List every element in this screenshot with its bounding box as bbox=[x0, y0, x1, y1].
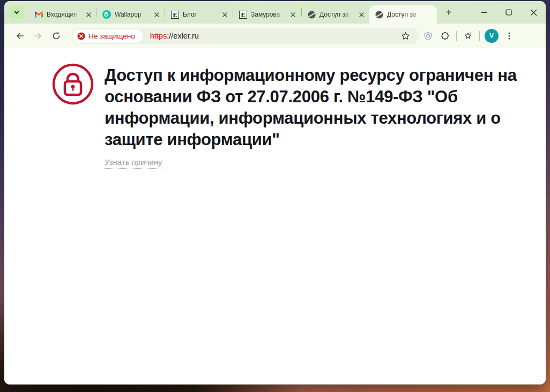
globe-icon bbox=[307, 10, 316, 19]
chevron-down-icon bbox=[13, 9, 20, 16]
extensions-puzzle-icon[interactable] bbox=[436, 27, 454, 44]
gmail-icon bbox=[34, 10, 43, 19]
tab-title: Входящие bbox=[47, 11, 80, 18]
security-badge[interactable]: Не защищено bbox=[73, 29, 143, 43]
globe-icon bbox=[375, 10, 383, 19]
maximize-button[interactable] bbox=[496, 1, 521, 24]
tab-strip: Входящие Wallapop bbox=[4, 1, 546, 24]
tab-close-icon[interactable] bbox=[357, 10, 366, 19]
tab-access-restricted-active[interactable]: Доступ за bbox=[369, 5, 437, 24]
security-badge-label: Не защищено bbox=[88, 32, 135, 40]
tab-blog[interactable]: E Блог bbox=[165, 5, 233, 24]
reason-link[interactable]: Узнать причину bbox=[105, 157, 162, 169]
block-message: Доступ к информационному ресурсу огранич… bbox=[105, 63, 523, 169]
address-bar[interactable]: Не защищено https://exler.ru bbox=[72, 28, 419, 44]
toolbar-divider bbox=[479, 31, 480, 41]
url-separator: :// bbox=[167, 32, 173, 40]
browser-window: Входящие Wallapop bbox=[4, 1, 546, 385]
minimize-button[interactable] bbox=[472, 1, 496, 24]
tab-title: Доступ за bbox=[387, 11, 421, 18]
profile-avatar[interactable]: V bbox=[485, 29, 499, 43]
reload-button[interactable] bbox=[47, 27, 65, 45]
tab-close-icon[interactable] bbox=[220, 10, 229, 19]
browser-toolbar: Не защищено https://exler.ru bbox=[4, 24, 546, 48]
tab-title: Блог bbox=[183, 11, 217, 18]
blocked-lock-icon bbox=[51, 63, 94, 105]
toolbar-divider bbox=[456, 31, 457, 41]
sparkle-star-icon[interactable] bbox=[459, 27, 477, 44]
tab-access-restricted-1[interactable]: Доступ за bbox=[302, 5, 369, 24]
not-secure-icon bbox=[77, 32, 85, 40]
tab-title: Доступ за bbox=[319, 11, 353, 18]
menu-kebab-icon[interactable] bbox=[501, 27, 518, 44]
tab-title: Wallapop bbox=[115, 11, 148, 18]
svg-text:E: E bbox=[173, 11, 177, 18]
svg-text:E: E bbox=[241, 11, 245, 18]
tab-close-icon[interactable] bbox=[152, 10, 161, 19]
tab-inbox[interactable]: Входящие bbox=[29, 5, 96, 24]
wallapop-icon bbox=[102, 10, 111, 19]
window-controls bbox=[472, 1, 546, 24]
new-tab-button[interactable]: + bbox=[441, 5, 456, 20]
tab-close-icon[interactable] bbox=[84, 10, 93, 19]
page-title: Доступ к информационному ресурсу огранич… bbox=[105, 65, 523, 150]
tab-zamurova[interactable]: E Замурова bbox=[233, 5, 301, 24]
url-host: exler.ru bbox=[173, 32, 199, 40]
tabs-container: Входящие Wallapop bbox=[29, 1, 437, 24]
tab-search-button[interactable] bbox=[10, 5, 24, 19]
url-scheme: https bbox=[150, 32, 167, 40]
plus-icon: + bbox=[445, 6, 452, 19]
adblock-shield-icon[interactable] bbox=[419, 27, 436, 44]
tab-close-icon[interactable] bbox=[288, 10, 298, 19]
exler-icon: E bbox=[239, 10, 247, 19]
tab-close-icon[interactable] bbox=[425, 10, 434, 19]
bookmark-star-icon[interactable] bbox=[397, 27, 414, 44]
close-window-button[interactable] bbox=[521, 1, 546, 24]
page-content: Доступ к информационному ресурсу огранич… bbox=[4, 48, 546, 385]
tab-title: Замурова bbox=[251, 11, 285, 18]
avatar-initial: V bbox=[489, 32, 494, 40]
back-button[interactable] bbox=[11, 27, 29, 45]
forward-button[interactable] bbox=[29, 27, 47, 45]
url-text: https://exler.ru bbox=[150, 32, 199, 40]
tab-wallapop[interactable]: Wallapop bbox=[97, 5, 165, 24]
exler-icon: E bbox=[170, 10, 179, 19]
